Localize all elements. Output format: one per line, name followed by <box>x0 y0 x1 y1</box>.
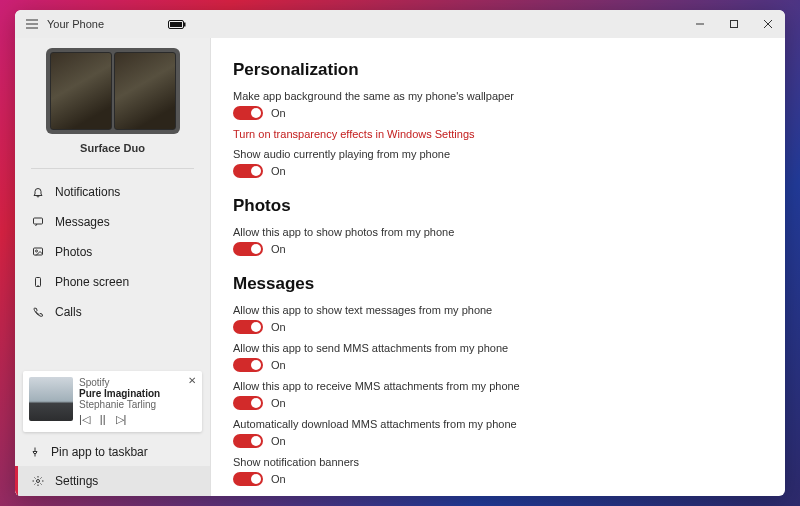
setting-wallpaper: Make app background the same as my phone… <box>233 90 763 120</box>
setting-label: Allow this app to send MMS attachments f… <box>233 342 763 354</box>
svg-rect-1 <box>170 22 182 27</box>
toggle-send-mms[interactable] <box>233 358 263 372</box>
setting-label: Automatically download MMS attachments f… <box>233 418 763 430</box>
toggle-state: On <box>271 473 286 485</box>
next-track-icon[interactable]: ▷| <box>116 413 127 426</box>
bell-icon <box>31 186 45 198</box>
now-playing-card: ✕ Spotify Pure Imagination Stephanie Tar… <box>23 371 202 432</box>
toggle-state: On <box>271 359 286 371</box>
setting-label: Show audio currently playing from my pho… <box>233 148 763 160</box>
toggle-banners[interactable] <box>233 472 263 486</box>
divider <box>31 168 194 169</box>
device-icon <box>31 276 45 288</box>
pin-icon <box>29 446 41 458</box>
toggle-wallpaper[interactable] <box>233 106 263 120</box>
phone-screen-left <box>50 52 112 130</box>
setting-send-mms: Allow this app to send MMS attachments f… <box>233 342 763 372</box>
svg-rect-2 <box>184 22 186 26</box>
toggle-state: On <box>271 435 286 447</box>
section-heading-photos: Photos <box>233 196 763 216</box>
pause-icon[interactable]: || <box>100 413 106 426</box>
setting-label: Show notification banners <box>233 456 763 468</box>
setting-label: Allow this app to receive MMS attachment… <box>233 380 763 392</box>
section-heading-messages: Messages <box>233 274 763 294</box>
phone-image <box>46 48 180 134</box>
battery-icon <box>168 20 186 29</box>
setting-label: Allow this app to show text messages fro… <box>233 304 763 316</box>
app-window: Your Phone Surface Duo <box>15 10 785 496</box>
toggle-audio[interactable] <box>233 164 263 178</box>
close-icon[interactable]: ✕ <box>188 375 196 386</box>
setting-label: Show badge on taskbar <box>233 494 763 496</box>
sidebar-item-phone-screen[interactable]: Phone screen <box>15 267 210 297</box>
app-title: Your Phone <box>47 18 104 30</box>
svg-point-8 <box>37 480 40 483</box>
sidebar-item-label: Messages <box>55 215 110 229</box>
sidebar-nav: Notifications Messages Photos Phone scre… <box>15 173 210 327</box>
toggle-recv-mms[interactable] <box>233 396 263 410</box>
setting-label: Allow this app to show photos from my ph… <box>233 226 763 238</box>
svg-point-6 <box>36 250 38 252</box>
phone-icon <box>31 306 45 318</box>
setting-recv-mms: Allow this app to receive MMS attachment… <box>233 380 763 410</box>
section-heading-personalization: Personalization <box>233 60 763 80</box>
close-button[interactable] <box>751 10 785 38</box>
toggle-state: On <box>271 397 286 409</box>
settings-pane[interactable]: Personalization Make app background the … <box>211 38 785 496</box>
sidebar-item-label: Photos <box>55 245 92 259</box>
now-playing-artist: Stephanie Tarling <box>79 399 196 410</box>
toggle-state: On <box>271 107 286 119</box>
sidebar-item-settings[interactable]: Settings <box>15 466 210 496</box>
sidebar-item-notifications[interactable]: Notifications <box>15 177 210 207</box>
now-playing-source: Spotify <box>79 377 196 388</box>
phone-name: Surface Duo <box>80 142 145 154</box>
setting-label: Make app background the same as my phone… <box>233 90 763 102</box>
toggle-show-messages[interactable] <box>233 320 263 334</box>
chat-icon <box>31 216 45 228</box>
sidebar-item-label: Settings <box>55 474 98 488</box>
sidebar-item-calls[interactable]: Calls <box>15 297 210 327</box>
pin-label: Pin app to taskbar <box>51 445 148 459</box>
sidebar: Surface Duo Notifications Messages Photo… <box>15 38 211 496</box>
sidebar-item-label: Notifications <box>55 185 120 199</box>
sidebar-item-messages[interactable]: Messages <box>15 207 210 237</box>
setting-auto-mms: Automatically download MMS attachments f… <box>233 418 763 448</box>
minimize-button[interactable] <box>683 10 717 38</box>
sidebar-item-label: Phone screen <box>55 275 129 289</box>
album-art <box>29 377 73 421</box>
transparency-link[interactable]: Turn on transparency effects in Windows … <box>233 128 763 140</box>
toggle-state: On <box>271 165 286 177</box>
pin-to-taskbar[interactable]: Pin app to taskbar <box>15 438 210 466</box>
setting-show-photos: Allow this app to show photos from my ph… <box>233 226 763 256</box>
svg-rect-4 <box>34 218 43 224</box>
hamburger-menu[interactable] <box>21 19 43 29</box>
title-bar: Your Phone <box>15 10 785 38</box>
toggle-auto-mms[interactable] <box>233 434 263 448</box>
image-icon <box>31 246 45 258</box>
sidebar-item-label: Calls <box>55 305 82 319</box>
toggle-state: On <box>271 321 286 333</box>
maximize-button[interactable] <box>717 10 751 38</box>
setting-badge: Show badge on taskbar On <box>233 494 763 496</box>
gear-icon <box>31 475 45 487</box>
svg-rect-3 <box>731 21 738 28</box>
setting-show-messages: Allow this app to show text messages fro… <box>233 304 763 334</box>
toggle-show-photos[interactable] <box>233 242 263 256</box>
previous-track-icon[interactable]: |◁ <box>79 413 90 426</box>
now-playing-title: Pure Imagination <box>79 388 196 399</box>
toggle-state: On <box>271 243 286 255</box>
setting-banners: Show notification banners On <box>233 456 763 486</box>
sidebar-item-photos[interactable]: Photos <box>15 237 210 267</box>
phone-screen-right <box>114 52 176 130</box>
setting-audio: Show audio currently playing from my pho… <box>233 148 763 178</box>
phone-preview: Surface Duo <box>15 38 210 162</box>
